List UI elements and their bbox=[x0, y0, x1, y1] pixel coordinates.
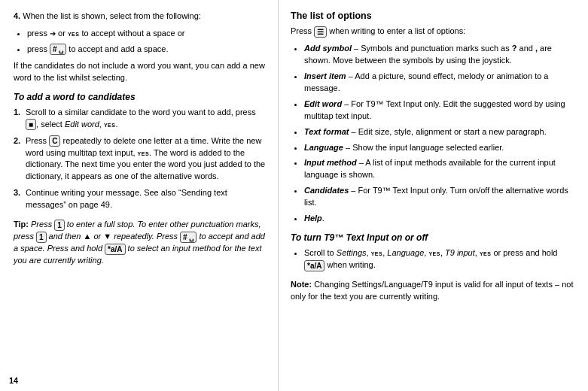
list-options-heading: The list of options bbox=[291, 11, 577, 21]
left-column: 4. When the list is shown, select from t… bbox=[0, 0, 279, 391]
yes-label-settings: yes bbox=[371, 249, 383, 257]
yes-label-1: yes bbox=[68, 29, 80, 38]
step-1-text: Scroll to a similar candidate to the wor… bbox=[26, 107, 267, 131]
step-3: 3. Continue writing your message. See al… bbox=[14, 187, 267, 211]
yes-label-2: yes bbox=[104, 120, 116, 129]
step-2-text: Press C repeatedly to delete one letter … bbox=[26, 135, 267, 183]
clear-key: C bbox=[49, 135, 60, 147]
arrow-icon: ➔ bbox=[50, 29, 56, 40]
down-arrow-icon: ▼ bbox=[103, 232, 111, 241]
yes-label-t9: yes bbox=[480, 249, 492, 257]
one-key: 1 bbox=[36, 232, 47, 243]
note-label: Note: bbox=[291, 280, 312, 289]
tip-text: Press 1 to enter a full stop. To enter o… bbox=[14, 220, 265, 265]
menu-key-1: ■ bbox=[26, 119, 36, 130]
step-2: 2. Press C repeatedly to delete one lett… bbox=[14, 135, 267, 183]
tip-label: Tip: bbox=[14, 220, 29, 229]
step-num-3: 3. bbox=[14, 187, 24, 199]
options-key: ☰ bbox=[314, 26, 327, 38]
tip-block: Tip: Press 1 to enter a full stop. To en… bbox=[14, 219, 267, 267]
option-help: Help. bbox=[304, 213, 577, 225]
page-container: 4. When the list is shown, select from t… bbox=[0, 0, 588, 391]
option-candidates: Candidates – For T9™ Text Input only. Tu… bbox=[304, 185, 577, 209]
hash-space-key-2: # ␣ bbox=[180, 232, 197, 243]
add-word-heading: To add a word to candidates bbox=[14, 92, 267, 102]
bullet-item-1: press ➔ or yes to accept without a space… bbox=[27, 28, 267, 40]
yes-label-lang: yes bbox=[428, 249, 440, 257]
period-key: 1 bbox=[54, 220, 65, 231]
step-3-text: Continue writing your message. See also … bbox=[26, 187, 267, 211]
yes-label-3: yes bbox=[138, 149, 150, 157]
t9-toggle-step: Scroll to Settings, yes, Language, yes, … bbox=[304, 247, 577, 271]
options-bullets: Add symbol – Symbols and punctuation mar… bbox=[304, 43, 577, 225]
option-input-method: Input method – A list of input methods a… bbox=[304, 157, 577, 181]
option-language: Language – Show the input language selec… bbox=[304, 142, 577, 154]
star-key-2: *a/A bbox=[304, 260, 324, 271]
step-1: 1. Scroll to a similar candidate to the … bbox=[14, 107, 267, 131]
page-number: 14 bbox=[9, 376, 18, 385]
list-options-intro: Press ☰ when writing to enter a list of … bbox=[291, 26, 577, 38]
up-arrow-icon: ▲ bbox=[83, 232, 91, 241]
intro-bullets: press ➔ or yes to accept without a space… bbox=[27, 28, 267, 56]
t9-toggle-heading: To turn T9™ Text Input on or off bbox=[291, 232, 577, 243]
star-key: *a/A bbox=[105, 244, 125, 255]
option-add-symbol: Add symbol – Symbols and punctuation mar… bbox=[304, 43, 577, 67]
candidates-para: If the candidates do not include a word … bbox=[14, 60, 267, 84]
step-num-2: 2. bbox=[14, 135, 24, 147]
numbered-steps: 1. Scroll to a similar candidate to the … bbox=[14, 107, 267, 212]
t9-toggle-bullets: Scroll to Settings, yes, Language, yes, … bbox=[304, 247, 577, 271]
intro-paragraph: 4. When the list is shown, select from t… bbox=[14, 11, 267, 23]
note-text: Changing Settings/Language/T9 input is v… bbox=[291, 280, 573, 301]
option-insert-item: Insert item – Add a picture, sound effec… bbox=[304, 71, 577, 95]
hash-space-key: # ␣ bbox=[50, 44, 66, 55]
right-column: The list of options Press ☰ when writing… bbox=[279, 0, 588, 391]
option-text-format: Text format – Edit size, style, alignmen… bbox=[304, 126, 577, 138]
option-edit-word: Edit word – For T9™ Text Input only. Edi… bbox=[304, 99, 577, 123]
bullet-item-2: press # ␣ to accept and add a space. bbox=[27, 44, 267, 56]
step-num-1: 1. bbox=[14, 107, 24, 119]
note-block: Note: Changing Settings/Language/T9 inpu… bbox=[291, 279, 577, 303]
